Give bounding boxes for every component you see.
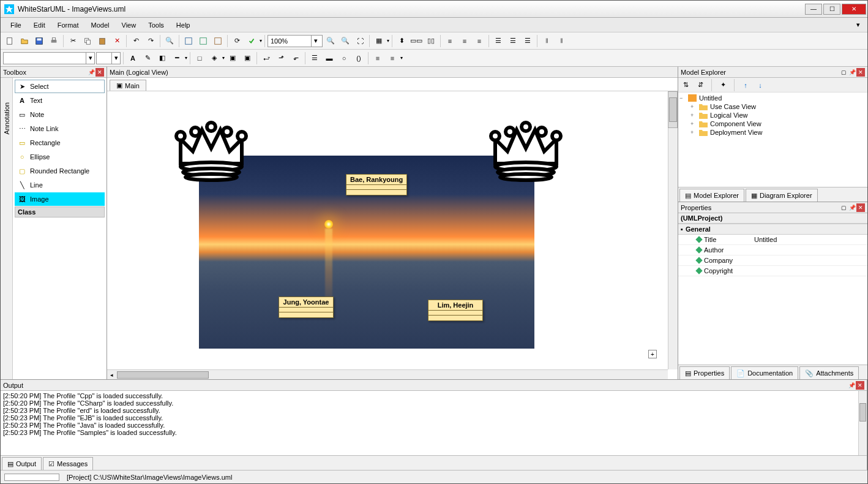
- tool-line[interactable]: ╲Line: [15, 178, 105, 192]
- prop-title[interactable]: TitleUntitled: [678, 235, 867, 245]
- select-view-icon[interactable]: [211, 34, 225, 48]
- filter-icon[interactable]: ✦: [718, 80, 728, 90]
- open-icon[interactable]: [18, 34, 31, 48]
- tool-rounded-rect[interactable]: ▢Rounded Rectangle: [15, 164, 105, 178]
- crown-image-right[interactable]: [483, 108, 569, 182]
- prop-company[interactable]: Company: [678, 255, 867, 266]
- distribute-v-icon[interactable]: ⫴: [555, 34, 568, 48]
- highlight-icon[interactable]: ✎: [141, 51, 154, 65]
- show-op-sig-icon[interactable]: ⬐: [289, 51, 302, 65]
- props-close-icon[interactable]: ✕: [856, 203, 865, 212]
- prop-copyright[interactable]: Copyright: [678, 266, 867, 276]
- tree-deployment[interactable]: +Deployment View: [690, 128, 866, 137]
- tab-output[interactable]: ▤Output: [2, 457, 42, 470]
- menu-view[interactable]: View: [117, 20, 141, 31]
- output-body[interactable]: [2:50:20 PM] The Profile "Cpp" is loaded…: [1, 391, 867, 455]
- show-parent-icon[interactable]: ⬏: [274, 51, 288, 65]
- word-wrap-icon[interactable]: ⮐: [260, 51, 273, 65]
- close-panel-icon[interactable]: ✕: [95, 68, 104, 77]
- refresh-icon[interactable]: ⟳: [230, 34, 244, 48]
- me-dock-icon[interactable]: ▢: [839, 68, 848, 77]
- copy-icon[interactable]: [81, 34, 94, 48]
- cut-icon[interactable]: ✂: [66, 34, 80, 48]
- sort-asc-icon[interactable]: ⇅: [681, 80, 690, 90]
- menu-tools[interactable]: Tools: [143, 20, 169, 31]
- show-type-icon[interactable]: ○: [337, 51, 351, 65]
- canvas-vscroll[interactable]: [668, 91, 678, 369]
- tab-diagram-explorer[interactable]: ▦Diagram Explorer: [746, 189, 818, 202]
- tool-group-class[interactable]: Class: [15, 206, 105, 217]
- toolbox-group-tab[interactable]: Annotation: [1, 78, 13, 379]
- nav-down-icon[interactable]: ↓: [755, 80, 765, 90]
- menu-overflow[interactable]: ▾: [856, 21, 862, 29]
- pin-icon[interactable]: 📌: [87, 68, 95, 77]
- options-icon[interactable]: [245, 34, 258, 48]
- align-tree-icon[interactable]: ⬍: [395, 34, 408, 48]
- class-bae[interactable]: Bae, Rankyoung: [346, 174, 407, 195]
- crown-image-left[interactable]: [168, 108, 254, 182]
- font-combo[interactable]: ▾: [3, 52, 95, 64]
- menu-edit[interactable]: Edit: [29, 20, 50, 31]
- canvas-hscroll[interactable]: ◂: [107, 369, 668, 379]
- layout-h-icon[interactable]: ▭▭: [410, 34, 423, 48]
- tab-main[interactable]: ▣ Main: [110, 80, 146, 91]
- align-center-icon[interactable]: ≡: [458, 34, 471, 48]
- align-right-icon[interactable]: ≡: [473, 34, 486, 48]
- out-pin-icon[interactable]: 📌: [847, 381, 856, 390]
- menu-model[interactable]: Model: [86, 20, 114, 31]
- prop-author[interactable]: Author: [678, 245, 867, 255]
- fill-icon[interactable]: ◧: [155, 51, 169, 65]
- print-icon[interactable]: [47, 34, 61, 48]
- suppress-attr-icon[interactable]: ▣: [226, 51, 239, 65]
- show-comp-icon[interactable]: ▬: [323, 51, 336, 65]
- properties-category[interactable]: ▪General: [678, 224, 867, 235]
- me-pin-icon[interactable]: 📌: [848, 68, 856, 77]
- layout-v-icon[interactable]: ▯▯: [424, 34, 438, 48]
- tree-root[interactable]: − Untitled: [679, 94, 866, 102]
- tool-note[interactable]: ▭Note: [15, 108, 105, 121]
- menu-format[interactable]: Format: [53, 20, 84, 31]
- tree-logical[interactable]: +Logical View: [690, 111, 866, 119]
- auto-resize-icon[interactable]: (): [352, 51, 365, 65]
- me-close-icon[interactable]: ✕: [856, 68, 865, 77]
- zoom-out-icon[interactable]: 🔍: [339, 34, 352, 48]
- canvas[interactable]: Bae, Rankyoung Jung, Yoontae Lim, Heejin…: [107, 91, 668, 369]
- tree-use-case[interactable]: +Use Case View: [690, 102, 866, 111]
- paste-icon[interactable]: [95, 34, 109, 48]
- align-middle-icon[interactable]: ☰: [506, 34, 520, 48]
- class-lim[interactable]: Lim, Heejin: [428, 300, 483, 321]
- align-left-icon[interactable]: ≡: [443, 34, 457, 48]
- undo-icon[interactable]: ↶: [129, 34, 143, 48]
- redo-icon[interactable]: ↷: [144, 34, 157, 48]
- zoom-fit-icon[interactable]: ⛶: [353, 34, 367, 48]
- tool-image[interactable]: 🖼Image: [15, 192, 105, 206]
- align-top-icon[interactable]: ☰: [492, 34, 505, 48]
- tool-note-link[interactable]: ⋯Note Link: [15, 122, 105, 135]
- font-size-combo[interactable]: ▾: [96, 52, 121, 64]
- tree-component[interactable]: +Component View: [690, 119, 866, 128]
- align-bottom-icon[interactable]: ☰: [521, 34, 534, 48]
- select-annotation-icon[interactable]: [196, 34, 210, 48]
- props-pin-icon[interactable]: 📌: [848, 203, 856, 212]
- distribute-h-icon[interactable]: ⫴: [540, 34, 553, 48]
- new-icon[interactable]: [3, 34, 17, 48]
- tab-properties[interactable]: ▤Properties: [679, 366, 730, 379]
- show-prop-icon[interactable]: ☰: [308, 51, 321, 65]
- sort-desc-icon[interactable]: ⇵: [695, 80, 705, 90]
- tool-text[interactable]: AText: [15, 94, 105, 107]
- tab-attachments[interactable]: 📎Attachments: [799, 366, 859, 379]
- font-color-icon[interactable]: A: [126, 51, 140, 65]
- minimize-button[interactable]: —: [805, 4, 822, 15]
- tab-model-explorer[interactable]: ▤Model Explorer: [679, 189, 744, 202]
- output-vscroll[interactable]: [858, 391, 867, 455]
- canvas-plus-button[interactable]: +: [648, 350, 657, 358]
- grid-icon[interactable]: ▦: [372, 34, 386, 48]
- tool-select[interactable]: ➤Select: [15, 80, 105, 93]
- find-icon[interactable]: 🔍: [163, 34, 176, 48]
- menu-help[interactable]: Help: [171, 20, 195, 31]
- close-button[interactable]: ✕: [842, 4, 866, 15]
- tool-ellipse[interactable]: ○Ellipse: [15, 150, 105, 164]
- class-jung[interactable]: Jung, Yoontae: [279, 297, 334, 318]
- tab-messages[interactable]: ☑Messages: [43, 457, 93, 470]
- visibility-icon[interactable]: ◈: [208, 51, 221, 65]
